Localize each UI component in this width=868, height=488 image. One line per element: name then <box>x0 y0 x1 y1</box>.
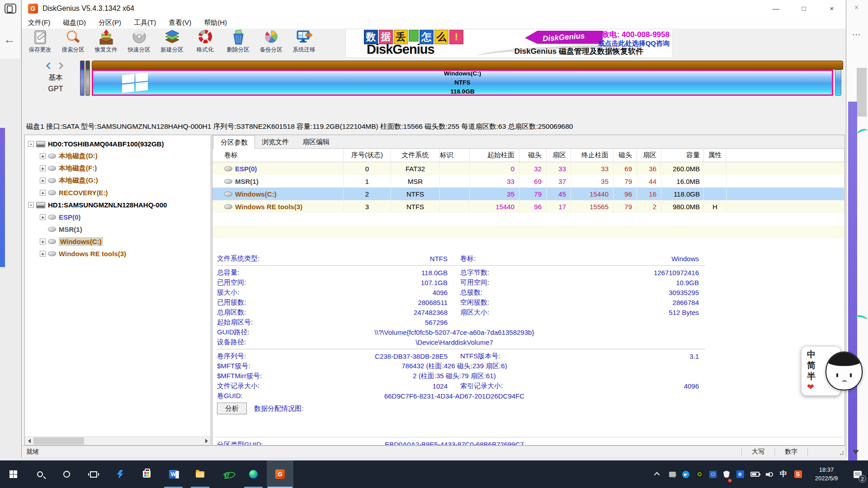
collapse-icon[interactable]: - <box>28 202 34 208</box>
menu-view[interactable]: 查看(V) <box>169 19 191 27</box>
expand-icon[interactable]: + <box>40 239 46 244</box>
chevron-up-icon <box>654 472 660 478</box>
system-migration-button[interactable]: 系统迁移 <box>288 29 321 57</box>
table-row-windows-c[interactable]: Windows(C:) 2NTFS 35 7945 1544096 16118.… <box>212 188 844 200</box>
snowflake-icon: ❄ <box>736 470 744 478</box>
partition-icon <box>48 239 56 244</box>
tray-nvidia[interactable] <box>693 460 706 488</box>
desktop-screen: ← × … G DiskGenius V5.4.3.1342 x64 — □ ×… <box>0 0 868 488</box>
tab-sector-editor[interactable]: 扇区编辑 <box>296 135 336 148</box>
taskbar-app-diskgenius[interactable]: G <box>267 460 293 488</box>
diskgenius-window: G DiskGenius V5.4.3.1342 x64 — □ × 文件(F)… <box>21 0 846 457</box>
menu-help[interactable]: 帮助(H) <box>204 19 227 27</box>
taskbar-search[interactable] <box>27 460 53 488</box>
system-migration-icon <box>296 29 313 46</box>
more-options-icon[interactable]: … <box>852 27 861 38</box>
close-button[interactable]: × <box>818 0 846 17</box>
background-scrollbar-thumb[interactable] <box>857 68 867 117</box>
quick-partition-button[interactable]: 快速分区 <box>123 29 156 57</box>
maximize-button[interactable]: □ <box>790 0 818 17</box>
taskbar-app-ie[interactable]: e <box>213 460 240 488</box>
expand-icon[interactable]: + <box>40 153 46 159</box>
search-partition-button[interactable]: 搜索分区 <box>57 29 90 57</box>
windows-c-partition-bar[interactable]: Windows(C:) NTFS 118.0GB <box>92 70 833 96</box>
analyze-button[interactable]: 分析 <box>217 403 247 414</box>
collapse-icon[interactable]: - <box>28 141 34 147</box>
tray-intel[interactable] <box>706 460 720 488</box>
msr-partition-sliver[interactable] <box>85 61 90 96</box>
new-partition-button[interactable]: 新建分区 <box>156 29 189 57</box>
prev-disk-icon[interactable] <box>46 62 53 70</box>
menu-file[interactable]: 文件(F) <box>28 19 50 27</box>
table-row-windows-re[interactable]: Windows RE tools(3) 3NTFS 15440 9617 155… <box>212 200 844 213</box>
tray-printer[interactable] <box>665 460 679 488</box>
tree-item-disk-f[interactable]: +本地磁盘(F:) <box>25 162 211 174</box>
tray-sogou[interactable]: S <box>790 460 806 488</box>
recover-files-button[interactable]: 恢复文件 <box>90 29 123 57</box>
tray-expand-button[interactable] <box>649 460 665 488</box>
taskbar-app-edge[interactable] <box>240 460 267 488</box>
esp-partition-sliver[interactable] <box>80 61 85 96</box>
tree-item-windows-c[interactable]: +Windows(C:) <box>25 235 211 248</box>
expand-icon[interactable]: + <box>40 251 46 257</box>
next-disk-icon[interactable] <box>57 62 64 70</box>
tray-ime[interactable]: 中 <box>777 460 790 488</box>
ime-mascot-avatar[interactable] <box>826 352 863 390</box>
tray-snowflake-app[interactable]: ❄ <box>733 460 747 488</box>
minimize-button[interactable]: — <box>762 0 790 17</box>
recovery-partition-sliver[interactable] <box>835 70 841 96</box>
tree-item-hd1[interactable]: -HD1:SAMSUNGMZNLN128HAHQ-000 <box>25 199 211 211</box>
tray-bird-app[interactable] <box>679 460 693 488</box>
tray-volume[interactable] <box>763 460 777 488</box>
menu-tools[interactable]: 工具(T) <box>134 19 156 27</box>
status-text: 就绪 <box>26 448 39 456</box>
promo-banner[interactable]: 数 据 丢 怎 么 ! DiskGenius DiskGenius 致电: 40… <box>345 29 673 58</box>
ime-status-widget[interactable]: 中 简 半 ❤ <box>801 346 868 397</box>
scroll-right-icon[interactable] <box>202 437 211 445</box>
taskbar-clock[interactable]: 18:37 2022/5/9 <box>806 466 847 482</box>
taskbar-app-word[interactable]: W <box>160 460 187 488</box>
expand-icon[interactable]: + <box>40 165 46 171</box>
partition-icon <box>224 192 232 197</box>
expand-icon[interactable]: + <box>40 190 46 196</box>
cortana-button[interactable] <box>53 460 80 488</box>
partition-type-guid-row: 分区类型GUID:EBD0A0A2-B9E5-4433-87C0-68B6B72… <box>217 441 601 446</box>
menu-disk[interactable]: 磁盘(D) <box>63 19 86 27</box>
scrollbar-thumb[interactable] <box>33 437 84 445</box>
tree-item-disk-g[interactable]: +本地磁盘(G:) <box>25 174 211 187</box>
delete-partition-button[interactable]: 删除分区 <box>222 29 255 57</box>
start-button[interactable] <box>0 460 27 488</box>
tree-item-disk-d[interactable]: +本地磁盘(D:) <box>25 150 211 162</box>
taskbar-app-lightning[interactable] <box>107 460 133 488</box>
task-view-button[interactable] <box>80 460 107 488</box>
tab-bar: 分区参数 浏览文件 扇区编辑 <box>212 135 844 149</box>
table-row-msr[interactable]: MSR(1) 1MSR 33 6937 3579 4416.0MB <box>212 175 844 188</box>
tray-power[interactable] <box>747 460 763 488</box>
save-changes-button[interactable]: 保存更改 <box>24 29 57 57</box>
expand-icon[interactable]: + <box>40 178 46 183</box>
action-center-button[interactable]: 2 <box>847 460 868 488</box>
taskbar-app-explorer[interactable] <box>187 460 213 488</box>
horizontal-scrollbar[interactable] <box>25 436 211 445</box>
backup-partition-button[interactable]: 备份分区 <box>255 29 288 57</box>
tree-item-recovery-e[interactable]: +RECOVERY(E:) <box>25 187 211 199</box>
nvidia-icon <box>696 471 703 478</box>
quick-partition-icon <box>131 29 147 46</box>
tab-browse-files[interactable]: 浏览文件 <box>255 135 296 148</box>
tab-partition-params[interactable]: 分区参数 <box>213 135 255 149</box>
scroll-left-icon[interactable] <box>25 437 33 445</box>
resize-grip[interactable] <box>837 448 844 455</box>
tree-item-windows-re[interactable]: +Windows RE tools(3) <box>25 248 211 260</box>
tree-item-msr[interactable]: MSR(1) <box>25 223 211 235</box>
taskbar-app-store[interactable] <box>133 460 160 488</box>
back-arrow-icon[interactable]: ← <box>4 33 15 47</box>
background-close-icon[interactable]: × <box>854 4 859 12</box>
format-button[interactable]: 格式化 <box>189 29 222 57</box>
banner-logo: DiskGenius <box>367 42 434 57</box>
tree-item-esp[interactable]: +ESP(0) <box>25 211 211 223</box>
expand-icon[interactable]: + <box>40 214 46 220</box>
table-row-esp[interactable]: ESP(0) 0FAT32 0 3233 3369 36260.0MB <box>212 162 844 175</box>
menu-partition[interactable]: 分区(P) <box>99 19 121 27</box>
tree-item-hd0[interactable]: -HD0:TOSHIBAMQ04ABF100(932GB) <box>25 138 211 150</box>
tray-security[interactable]: × <box>720 460 733 488</box>
